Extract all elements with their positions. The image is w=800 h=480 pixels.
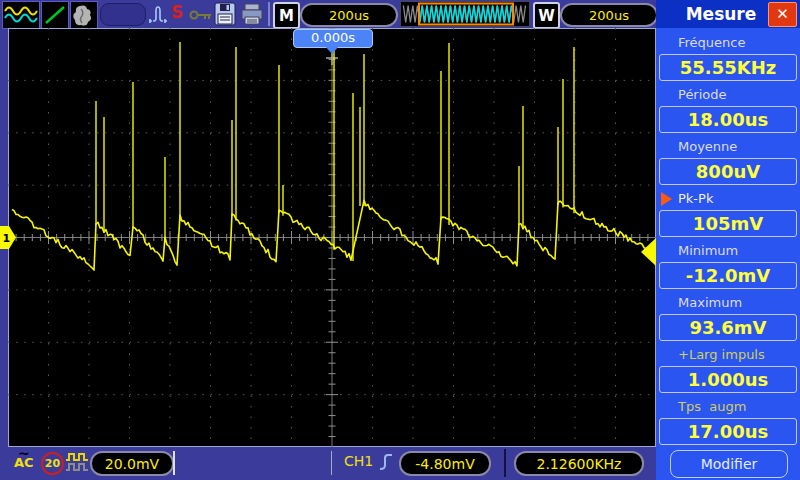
coupling-indicator[interactable]: ~ AC: [14, 449, 34, 467]
attenuation-value: 20: [45, 457, 60, 470]
square-waves-glyph: [65, 451, 89, 473]
bottom-cursor-separator: [173, 451, 175, 475]
ref-waveform-icon[interactable]: [70, 1, 98, 29]
measurement-row: Période18.00us: [656, 82, 800, 134]
lock-key-icon[interactable]: [189, 7, 213, 26]
trigger-position-pointer: [325, 46, 339, 54]
measurement-label: Moyenne: [656, 134, 800, 158]
measurement-value: 55.55KHz: [659, 54, 797, 81]
zoom-preview-waveform: [401, 2, 529, 26]
measurement-value: -12.0mV: [659, 262, 797, 289]
trigger-level-marker[interactable]: [641, 238, 656, 266]
coupling-label: AC: [14, 458, 34, 467]
svg-text:1: 1: [3, 232, 11, 245]
measure-panel-header: Mesure ✕: [656, 0, 800, 28]
measurement-value: 1.000us: [659, 366, 797, 393]
pulse-mode-icon[interactable]: [147, 2, 169, 30]
measurement-row: Pk-Pk105mV: [656, 186, 800, 238]
print-icon[interactable]: [240, 3, 264, 29]
trigger-slope-icon[interactable]: [378, 450, 398, 478]
measurement-value: 93.6mV: [659, 314, 797, 341]
toolbar-separator: [268, 2, 270, 26]
measurement-row: +Larg impuls1.000us: [656, 342, 800, 394]
measurement-value: 17.00us: [659, 418, 797, 445]
single-seq-indicator: S: [171, 2, 183, 22]
zoom-preview[interactable]: [400, 1, 530, 27]
measure-panel: Mesure ✕ Fréquence55.55KHzPériode18.00us…: [656, 0, 800, 480]
oscilloscope-screen: S M 200us W 200us 1 0.000s: [0, 0, 800, 480]
measurement-list: Fréquence55.55KHzPériode18.00usMoyenne80…: [656, 30, 800, 446]
measurement-value: 18.00us: [659, 106, 797, 133]
bottom-separator: [331, 451, 332, 475]
measurement-label: Fréquence: [656, 30, 800, 54]
selected-measurement-arrow-icon: [661, 192, 672, 206]
measurement-label: Pk-Pk: [656, 186, 800, 210]
window-timebase-button[interactable]: W: [533, 2, 560, 29]
window-timebase-value: 200us: [560, 3, 658, 27]
measurement-row: Maximum93.6mV: [656, 290, 800, 342]
channel-waves-icon[interactable]: [2, 1, 40, 29]
empty-slot: [100, 3, 146, 26]
probe-attenuation-badge[interactable]: 20: [41, 452, 64, 475]
measurement-row: Tps augm17.00us: [656, 394, 800, 446]
measurement-label: Tps augm: [656, 394, 800, 418]
math-line-icon[interactable]: [41, 1, 69, 29]
modify-button[interactable]: Modifier: [670, 450, 788, 478]
rising-edge-glyph: [378, 450, 398, 474]
floppy-glyph: [214, 2, 236, 26]
blob-glyph: [72, 3, 96, 27]
measurement-row: Fréquence55.55KHz: [656, 30, 800, 82]
panel-title: Mesure: [656, 4, 768, 24]
trigger-source-label[interactable]: CH1: [344, 453, 373, 469]
measurement-value: 800uV: [659, 158, 797, 185]
waveform-display: 1: [0, 28, 660, 448]
save-icon[interactable]: [214, 2, 236, 30]
measurement-label: Période: [656, 82, 800, 106]
close-button[interactable]: ✕: [768, 2, 797, 27]
bw-limit-icon[interactable]: [65, 451, 89, 477]
main-timebase-value: 200us: [300, 3, 398, 27]
measurement-label: Maximum: [656, 290, 800, 314]
measurement-row: Moyenne800uV: [656, 134, 800, 186]
channel-waves-glyph: [4, 3, 38, 27]
trigger-frequency-value: 2.12600KHz: [514, 451, 644, 476]
line-glyph: [43, 3, 67, 27]
key-glyph: [189, 8, 213, 22]
measurement-label: +Larg impuls: [656, 342, 800, 366]
main-timebase-button[interactable]: M: [273, 2, 300, 29]
trigger-level-value: -4.80mV: [399, 451, 491, 476]
measurement-value: 105mV: [659, 210, 797, 237]
printer-glyph: [240, 3, 264, 25]
close-icon: ✕: [776, 5, 789, 23]
volts-per-div-value: 20.0mV: [90, 451, 174, 476]
pulse-glyph: [147, 2, 169, 26]
measurement-label: Minimum: [656, 238, 800, 262]
measurement-row: Minimum-12.0mV: [656, 238, 800, 290]
bottom-dark-separator: [504, 449, 506, 477]
